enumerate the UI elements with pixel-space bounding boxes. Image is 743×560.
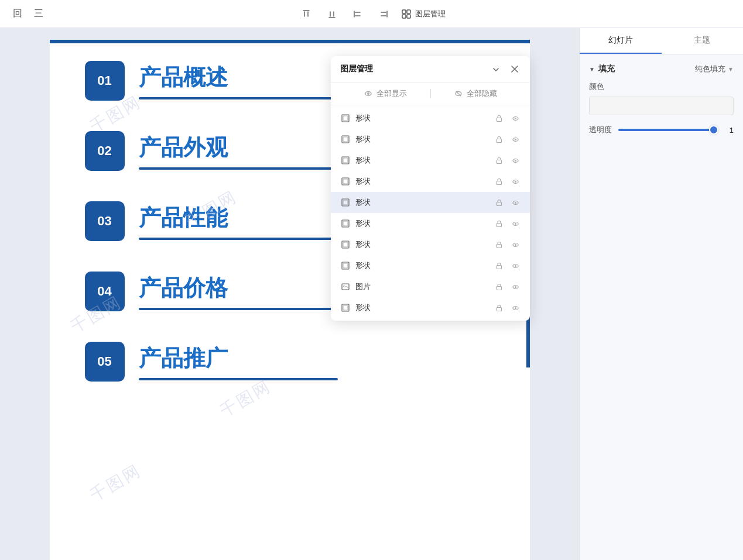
eye-icon-4[interactable] bbox=[510, 176, 521, 187]
slide-item-label-4: 产品价格 bbox=[139, 273, 338, 303]
lock-icon-2[interactable] bbox=[494, 134, 504, 145]
eye-icon-1[interactable] bbox=[510, 113, 521, 123]
close-icon[interactable] bbox=[509, 63, 521, 75]
watermark-5: 千图网 bbox=[86, 459, 146, 507]
lock-icon-8[interactable] bbox=[494, 260, 504, 271]
lock-icon-10[interactable] bbox=[494, 303, 504, 313]
align-left-icon[interactable] bbox=[350, 6, 366, 22]
lock-icon-1[interactable] bbox=[494, 113, 504, 123]
show-all-button[interactable]: 全部显示 bbox=[340, 88, 430, 99]
layer-type-icon-2 bbox=[340, 134, 351, 145]
collapse-icon[interactable] bbox=[490, 63, 502, 75]
svg-rect-50 bbox=[497, 286, 501, 290]
layer-item-4[interactable]: 形状 bbox=[331, 171, 530, 192]
svg-rect-25 bbox=[497, 181, 501, 184]
tab-theme[interactable]: 主题 bbox=[662, 28, 744, 54]
eye-icon-3[interactable] bbox=[510, 155, 521, 166]
slide-num-box-1: 01 bbox=[85, 61, 125, 101]
svg-rect-2 bbox=[402, 15, 406, 18]
layer-item-actions-1 bbox=[494, 113, 521, 123]
color-label: 颜色 bbox=[589, 81, 734, 92]
hide-all-button[interactable]: 全部隐藏 bbox=[431, 88, 521, 99]
toolbar-center: 图层管理 bbox=[298, 6, 446, 22]
slide-num-box-4: 04 bbox=[85, 272, 125, 311]
svg-rect-39 bbox=[343, 242, 348, 247]
layer-manager-button[interactable]: 图层管理 bbox=[401, 9, 446, 19]
align-top-icon[interactable] bbox=[298, 6, 314, 22]
fill-section: ▼ 填充 纯色填充 ▼ 颜色 透明度 1 bbox=[589, 64, 734, 135]
opacity-value: 1 bbox=[724, 126, 734, 135]
slide-item-text-2: 产品外观 bbox=[139, 133, 338, 170]
layer-item-2[interactable]: 形状 bbox=[331, 129, 530, 150]
slide-item-underline-3 bbox=[139, 238, 338, 240]
layer-type-icon-1 bbox=[340, 113, 351, 123]
right-panel-tabs: 幻灯片 主题 bbox=[580, 28, 743, 54]
layer-item-7[interactable]: 形状 bbox=[331, 234, 530, 255]
layer-panel-title: 图层管理 bbox=[340, 64, 490, 74]
slide-item-5: 05 产品推广 bbox=[85, 342, 495, 382]
layer-item-actions-8 bbox=[494, 260, 521, 271]
svg-point-32 bbox=[515, 202, 516, 204]
slide-num-box-2: 02 bbox=[85, 131, 125, 171]
svg-rect-19 bbox=[343, 158, 348, 163]
fill-section-arrow: ▼ bbox=[589, 66, 595, 73]
svg-rect-0 bbox=[402, 10, 406, 13]
layer-item-name-7: 形状 bbox=[355, 239, 489, 250]
svg-rect-10 bbox=[497, 118, 501, 121]
hide-all-label: 全部隐藏 bbox=[467, 88, 497, 99]
lock-icon-4[interactable] bbox=[494, 176, 504, 187]
lock-icon-7[interactable] bbox=[494, 239, 504, 250]
eye-icon-9[interactable] bbox=[510, 281, 521, 292]
fill-type-selector[interactable]: 纯色填充 ▼ bbox=[695, 64, 734, 74]
svg-point-22 bbox=[515, 160, 516, 162]
slide-num-box-3: 03 bbox=[85, 201, 125, 241]
menu-icon[interactable]: 三 bbox=[30, 6, 47, 22]
slide-item-label-3: 产品性能 bbox=[139, 203, 338, 233]
opacity-label: 透明度 bbox=[589, 125, 612, 135]
layer-item-8[interactable]: 形状 bbox=[331, 255, 530, 276]
eye-icon-6[interactable] bbox=[510, 218, 521, 229]
layer-item-10[interactable]: 形状 bbox=[331, 297, 530, 318]
layer-item-3[interactable]: 形状 bbox=[331, 150, 530, 171]
eye-icon-10[interactable] bbox=[510, 303, 521, 313]
undo-icon[interactable]: 回 bbox=[9, 6, 26, 22]
layer-item-9[interactable]: 图片 bbox=[331, 276, 530, 297]
layer-item-6[interactable]: 形状 bbox=[331, 213, 530, 234]
slide-item-underline-1 bbox=[139, 97, 338, 99]
svg-rect-29 bbox=[343, 200, 348, 205]
svg-point-52 bbox=[515, 286, 516, 288]
layer-item-actions-7 bbox=[494, 239, 521, 250]
opacity-slider[interactable] bbox=[618, 129, 718, 131]
layer-item-5[interactable]: 形状 bbox=[331, 192, 530, 213]
svg-rect-44 bbox=[343, 263, 348, 268]
align-right-icon[interactable] bbox=[375, 6, 392, 22]
tab-theme-label: 主题 bbox=[694, 35, 710, 44]
eye-icon-5[interactable] bbox=[510, 197, 521, 208]
slide-item-underline-4 bbox=[139, 308, 338, 310]
eye-icon-2[interactable] bbox=[510, 134, 521, 145]
layer-type-icon-10 bbox=[340, 303, 351, 313]
align-bottom-icon[interactable] bbox=[324, 6, 340, 22]
layer-item-actions-6 bbox=[494, 218, 521, 229]
layer-item-name-9: 图片 bbox=[355, 281, 489, 292]
main-area: 01 产品概述 02 产品外观 bbox=[0, 28, 743, 560]
tab-slideshow[interactable]: 幻灯片 bbox=[580, 28, 662, 54]
svg-rect-30 bbox=[497, 202, 501, 205]
layer-type-icon-5 bbox=[340, 197, 351, 208]
lock-icon-9[interactable] bbox=[494, 281, 504, 292]
fill-dropdown-arrow: ▼ bbox=[728, 66, 734, 73]
lock-icon-6[interactable] bbox=[494, 218, 504, 229]
layer-item-name-4: 形状 bbox=[355, 176, 489, 187]
layer-item-name-5: 形状 bbox=[355, 197, 489, 208]
layer-type-icon-8 bbox=[340, 260, 351, 271]
lock-icon-5[interactable] bbox=[494, 197, 504, 208]
layer-type-icon-4 bbox=[340, 176, 351, 187]
eye-icon-7[interactable] bbox=[510, 239, 521, 250]
layer-item-actions-2 bbox=[494, 134, 521, 145]
lock-icon-3[interactable] bbox=[494, 155, 504, 166]
layer-item-1[interactable]: 形状 bbox=[331, 108, 530, 129]
layer-panel-header: 图层管理 bbox=[331, 56, 530, 83]
layer-type-icon-9 bbox=[340, 281, 351, 292]
eye-icon-8[interactable] bbox=[510, 260, 521, 271]
color-picker[interactable] bbox=[589, 97, 734, 115]
